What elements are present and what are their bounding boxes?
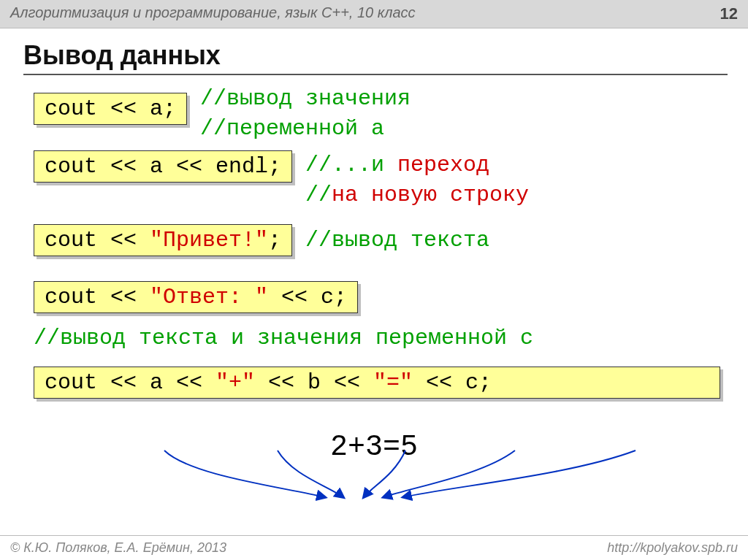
code5-p2: << b << [255,370,373,395]
row-2: cout << a << endl; //...и переход //на н… [20,143,728,210]
code5-p1: cout << a << [45,370,215,395]
code4-str: "Ответ: " [150,285,268,310]
comment-2a-red: переход [397,153,489,177]
row-4: cout << "Ответ: " << c; //вывод текста и… [20,274,728,353]
slide-title: Вывод данных [23,40,728,71]
code-block-5: cout << a << "+" << b << "=" << c; [34,367,720,399]
code-block-2: cout << a << endl; [34,150,292,183]
copyright: © К.Ю. Поляков, Е.А. Ерёмин, 2013 [10,540,226,556]
comment-4: //вывод текста и значения переменной c [34,323,728,353]
row-3: cout << "Привет!"; //вывод текста [20,217,728,269]
comment-2b-red: на новую строку [332,183,529,207]
code4-pre: cout << [45,285,150,310]
comment-1: //вывод значения //переменной a [200,84,411,143]
title-rule [23,74,728,75]
comment-3: //вывод текста [305,226,489,256]
comment-1-line2: //переменной a [200,116,384,141]
code5-s2: "=" [373,370,413,395]
slide-footer: © К.Ю. Поляков, Е.А. Ерёмин, 2013 http:/… [0,535,748,560]
slide-content: Вывод данных cout << a; //вывод значения… [0,28,748,464]
code-block-1: cout << a; [34,93,187,125]
code-block-4: cout << "Ответ: " << c; [34,281,358,313]
comment-2: //...и переход //на новую строку [305,150,529,210]
slide-header: Алгоритмизация и программирование, язык … [0,0,748,28]
footer-url: http://kpolyakov.spb.ru [607,540,738,556]
code-block-3: cout << "Привет!"; [34,224,292,256]
subject-line: Алгоритмизация и программирование, язык … [10,4,416,23]
comment-1-line1: //вывод значения [200,86,411,111]
comment-2b-pre: // [305,183,332,207]
code4-post: << c; [268,285,347,310]
slide: Алгоритмизация и программирование, язык … [0,0,748,560]
row-5: cout << a << "+" << b << "=" << c; [20,367,728,399]
code3-post: ; [268,228,281,253]
comment-2a-pre: //...и [305,153,397,177]
code5-s1: "+" [215,370,255,395]
code5-p3: << c; [413,370,492,395]
code3-pre: cout << [45,228,150,253]
page-number: 12 [720,4,738,23]
output-result: 2+3=5 [20,431,728,464]
code3-str: "Привет!" [150,228,268,253]
row-1: cout << a; //вывод значения //переменной… [20,85,728,143]
